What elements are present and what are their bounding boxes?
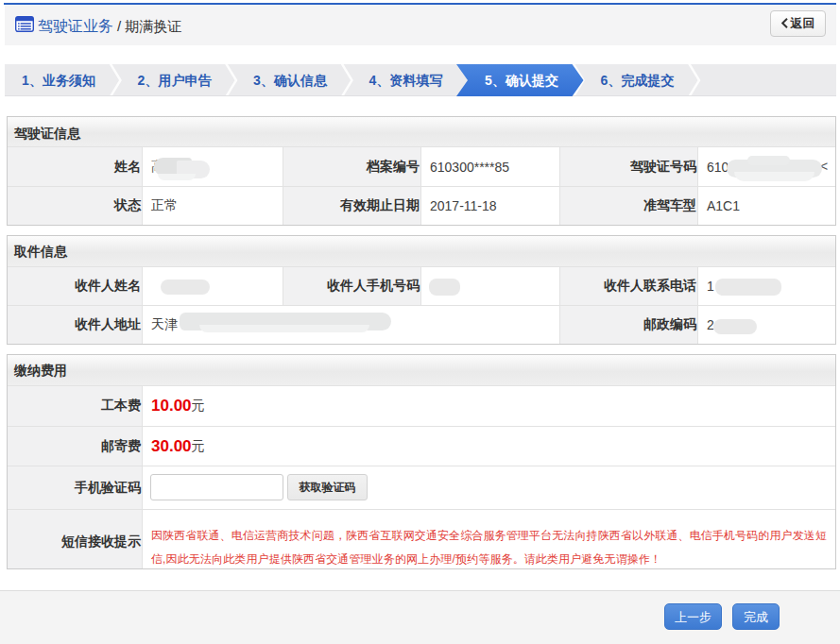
svg-text:5、确认提交: 5、确认提交	[485, 73, 558, 88]
svg-text:2、用户申告: 2、用户申告	[138, 73, 213, 88]
svg-text:1、业务须知: 1、业务须知	[22, 73, 95, 88]
svg-text:6、完成提交: 6、完成提交	[601, 73, 675, 88]
svg-text:4、资料填写: 4、资料填写	[369, 73, 443, 88]
svg-text:3、确认信息: 3、确认信息	[253, 73, 328, 88]
